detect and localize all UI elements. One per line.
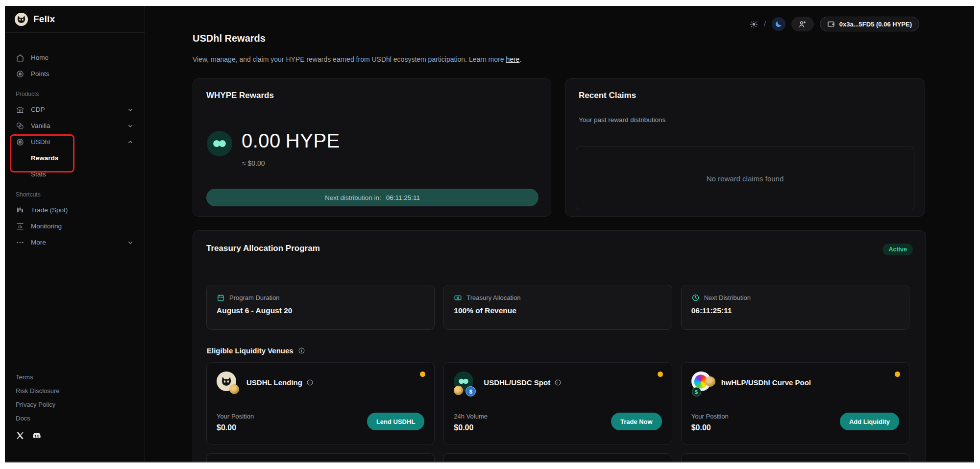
stat-label: Program Duration bbox=[229, 294, 280, 301]
page-subtitle-text: View, manage, and claim your HYPE reward… bbox=[193, 55, 504, 63]
venues-row-2-clipped bbox=[206, 453, 909, 463]
sidebar-section-products: Products bbox=[5, 82, 145, 101]
claims-empty-state: No reward claims found bbox=[576, 147, 914, 210]
venue-stat-value: $0.00 bbox=[217, 423, 236, 432]
terms-link[interactable]: Terms bbox=[16, 373, 60, 381]
info-icon[interactable] bbox=[306, 379, 314, 386]
venue-card-usdhl-usdc-spot: $ USDHL/USDC Spot 24h Volume $0.00 Trade… bbox=[443, 362, 672, 444]
clock-icon bbox=[691, 294, 700, 302]
trade-now-button[interactable]: Trade Now bbox=[611, 413, 662, 430]
points-icon bbox=[16, 70, 24, 78]
gold-coin-icon bbox=[705, 376, 715, 387]
sidebar-item-stats[interactable]: Stats bbox=[5, 166, 145, 182]
venue-name: USDHL/USDC Spot bbox=[484, 378, 550, 387]
sidebar-footer: Terms Risk Disclosure Privacy Policy Doc… bbox=[16, 373, 60, 440]
venue-card-partial bbox=[443, 453, 672, 463]
sidebar-item-label: Monitoring bbox=[31, 222, 62, 230]
venue-stat-label: Your Position bbox=[217, 413, 254, 420]
monitor-icon bbox=[16, 222, 24, 231]
wallet-icon bbox=[827, 20, 835, 28]
candlestick-icon bbox=[16, 206, 24, 215]
sidebar-item-home[interactable]: Home bbox=[5, 49, 145, 66]
venue-card-curve-pool: $ hwHLP/USDhl Curve Pool Your Position $… bbox=[681, 362, 909, 444]
sidebar-item-more[interactable]: More bbox=[5, 234, 145, 250]
sidebar-item-points[interactable]: Points bbox=[5, 66, 145, 82]
stat-value: 100% of Revenue bbox=[454, 306, 662, 315]
page-subtitle-period: . bbox=[519, 55, 521, 63]
sidebar-item-trade-spot[interactable]: Trade (Spot) bbox=[5, 202, 145, 218]
add-liquidity-button[interactable]: Add Liquidity bbox=[840, 413, 899, 430]
stat-next-distribution: Next Distribution 06:11:25:11 bbox=[681, 285, 909, 330]
sidebar-item-monitoring[interactable]: Monitoring bbox=[5, 218, 145, 234]
page-title: USDhl Rewards bbox=[193, 33, 266, 44]
status-badge: Active bbox=[882, 244, 913, 255]
venue-avatar: $ bbox=[454, 371, 476, 393]
disc-icon bbox=[16, 138, 24, 147]
status-dot bbox=[420, 371, 425, 377]
person-add-icon bbox=[798, 20, 807, 28]
stat-value: 06:11:25:11 bbox=[691, 306, 899, 315]
wallet-address: 0x3a...5FD5 (0.06 HYPE) bbox=[839, 21, 912, 28]
dark-theme-button[interactable] bbox=[772, 17, 785, 31]
sidebar-item-vanilla[interactable]: Vanilla bbox=[5, 118, 145, 134]
wallet-button[interactable]: 0x3a...5FD5 (0.06 HYPE) bbox=[820, 17, 919, 31]
light-theme-button[interactable] bbox=[750, 20, 758, 28]
privacy-policy-link[interactable]: Privacy Policy bbox=[16, 401, 60, 408]
sidebar-item-rewards[interactable]: Rewards bbox=[5, 150, 145, 166]
docs-link[interactable]: Docs bbox=[16, 415, 60, 422]
usdc-coin-icon: $ bbox=[466, 386, 476, 396]
claims-card-subtitle: Your past reward distributions bbox=[579, 116, 665, 123]
venue-stat-label: Your Position bbox=[691, 413, 729, 420]
reward-amount-value: 0.00 bbox=[242, 130, 281, 152]
stat-program-duration: Program Duration August 6 - August 20 bbox=[206, 285, 435, 330]
sidebar-item-usdhl[interactable]: USDhl bbox=[5, 134, 145, 150]
stat-label: Treasury Allocation bbox=[466, 294, 520, 301]
stat-value: August 6 - August 20 bbox=[217, 306, 424, 315]
venue-avatar: $ bbox=[691, 371, 714, 393]
sidebar-item-label: More bbox=[31, 239, 46, 246]
invite-button[interactable] bbox=[791, 17, 814, 31]
sidebar-nav: Home Points Products CDP Vanilla USDhl bbox=[5, 33, 145, 250]
chevron-down-icon bbox=[127, 123, 134, 129]
gold-coin-icon bbox=[229, 384, 239, 394]
venue-name: hwHLP/USDhl Curve Pool bbox=[721, 378, 811, 387]
info-icon[interactable] bbox=[554, 379, 562, 386]
status-dot bbox=[658, 371, 663, 377]
venue-card-partial bbox=[206, 453, 435, 463]
next-distribution-pill[interactable]: Next distribution in: 06:11:25:11 bbox=[206, 189, 539, 206]
theme-separator: / bbox=[764, 20, 766, 28]
info-icon[interactable] bbox=[298, 347, 305, 354]
bank-icon bbox=[16, 105, 24, 114]
gold-coin-icon bbox=[454, 386, 463, 395]
whype-rewards-card: WHYPE Rewards 0.00 HYPE ≈ $0.00 Next dis… bbox=[193, 78, 551, 217]
reward-currency: HYPE bbox=[286, 130, 340, 152]
app-title: Felix bbox=[33, 14, 55, 25]
sidebar-item-label: Trade (Spot) bbox=[31, 206, 68, 214]
venues-row: USDHL Lending Your Position $0.00 Lend U… bbox=[206, 362, 909, 444]
lend-usdhl-button[interactable]: Lend USDHL bbox=[367, 413, 424, 430]
countdown-label: Next distribution in: bbox=[325, 194, 381, 201]
calendar-icon bbox=[217, 294, 225, 302]
chevron-up-icon bbox=[127, 139, 134, 146]
venue-stat-label: 24h Volume bbox=[454, 413, 488, 420]
sidebar-item-label: Points bbox=[31, 70, 49, 77]
discord-icon[interactable] bbox=[32, 431, 41, 440]
top-cards-row: WHYPE Rewards 0.00 HYPE ≈ $0.00 Next dis… bbox=[193, 78, 925, 217]
x-icon[interactable] bbox=[16, 431, 24, 440]
logo-row[interactable]: Felix bbox=[5, 6, 145, 33]
venue-card-partial bbox=[681, 453, 909, 463]
sidebar-item-cdp[interactable]: CDP bbox=[5, 101, 145, 118]
reward-amount: 0.00 HYPE bbox=[242, 130, 340, 152]
learn-more-link[interactable]: here bbox=[506, 55, 519, 63]
divider bbox=[454, 406, 662, 406]
divider bbox=[691, 406, 899, 406]
green-dollar-coin-icon: $ bbox=[692, 387, 701, 396]
treasury-title: Treasury Allocation Program bbox=[206, 244, 320, 253]
moon-icon bbox=[775, 20, 783, 28]
stat-label: Next Distribution bbox=[704, 294, 751, 301]
venue-card-usdhl-lending: USDHL Lending Your Position $0.00 Lend U… bbox=[206, 362, 435, 444]
app-window: Felix Home Points Products CDP Vanilla bbox=[5, 6, 974, 463]
hype-token-icon bbox=[207, 131, 232, 156]
social-links bbox=[16, 431, 60, 440]
risk-disclosure-link[interactable]: Risk Disclosure bbox=[16, 387, 60, 395]
